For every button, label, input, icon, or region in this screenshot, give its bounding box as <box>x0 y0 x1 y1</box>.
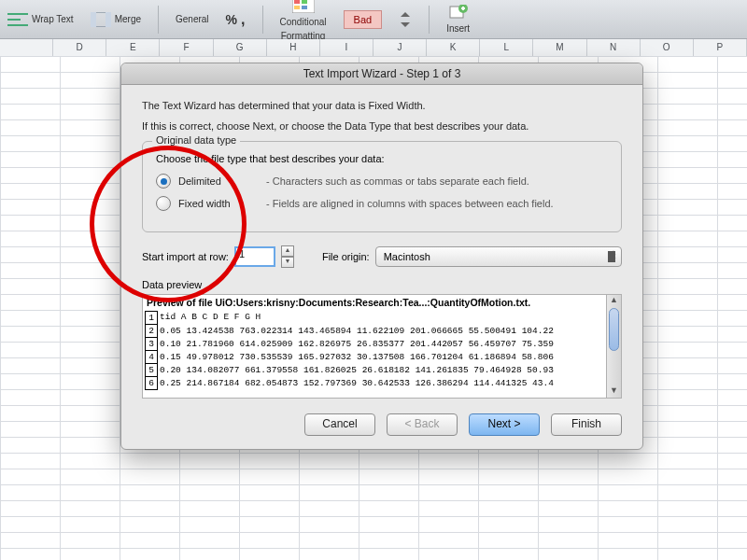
original-data-type-legend: Original data type <box>152 134 240 146</box>
preview-row: 60.25 214.867184 682.054873 152.797369 3… <box>145 377 621 390</box>
preview-row: 30.10 21.781960 614.025909 162.826975 26… <box>145 338 621 351</box>
start-row-stepper[interactable]: ▲ ▼ <box>281 245 294 268</box>
fixed-width-radio[interactable] <box>156 196 171 211</box>
preview-row: 20.05 13.424538 763.022314 143.465894 11… <box>145 325 621 338</box>
intro-line-1: The Text Wizard has determined that your… <box>142 100 622 111</box>
scroll-up-icon[interactable]: ▲ <box>607 295 621 307</box>
preview-row: 1tid A B C D E F G H <box>145 311 621 325</box>
dialog-title: Text Import Wizard - Step 1 of 3 <box>121 63 642 85</box>
select-arrows-icon: ▲▼ <box>610 249 617 264</box>
scroll-down-icon[interactable]: ▼ <box>607 385 621 398</box>
delimited-radio[interactable] <box>156 174 171 189</box>
start-row-input[interactable]: 1 <box>234 246 275 267</box>
scroll-thumb[interactable] <box>609 308 619 351</box>
stepper-up-icon[interactable]: ▲ <box>281 245 294 257</box>
preview-file-path: Preview of file UiO:Users:krisny:Documen… <box>143 295 621 311</box>
preview-scrollbar[interactable]: ▲ ▼ <box>606 295 621 398</box>
choose-type-instruction: Choose the file type that best describes… <box>156 153 608 164</box>
stepper-down-icon[interactable]: ▼ <box>281 257 294 268</box>
preview-row: 50.20 134.082077 661.379558 161.826025 2… <box>145 364 621 377</box>
preview-lines: 1tid A B C D E F G H20.05 13.424538 763.… <box>143 311 621 390</box>
fixed-width-option[interactable]: Fixed width - Fields are aligned in colu… <box>156 196 608 211</box>
text-import-wizard-dialog: Text Import Wizard - Step 1 of 3 The Tex… <box>120 63 643 450</box>
data-preview-box: Preview of file UiO:Users:krisny:Documen… <box>142 294 622 399</box>
next-button[interactable]: Next > <box>469 413 540 436</box>
original-data-type-group: Original data type Choose the file type … <box>142 141 622 232</box>
file-origin-label: File origin: <box>322 251 370 262</box>
delimited-option[interactable]: Delimited - Characters such as commas or… <box>156 174 608 189</box>
finish-button[interactable]: Finish <box>551 413 622 436</box>
back-button[interactable]: < Back <box>387 413 458 436</box>
cancel-button[interactable]: Cancel <box>304 413 375 436</box>
start-row-label: Start import at row: <box>142 251 229 262</box>
preview-row: 40.15 49.978012 730.535539 165.927032 30… <box>145 351 621 364</box>
file-origin-select[interactable]: Macintosh ▲▼ <box>375 246 622 267</box>
data-preview-label: Data preview <box>142 279 622 290</box>
intro-line-2: If this is correct, choose Next, or choo… <box>142 120 622 132</box>
